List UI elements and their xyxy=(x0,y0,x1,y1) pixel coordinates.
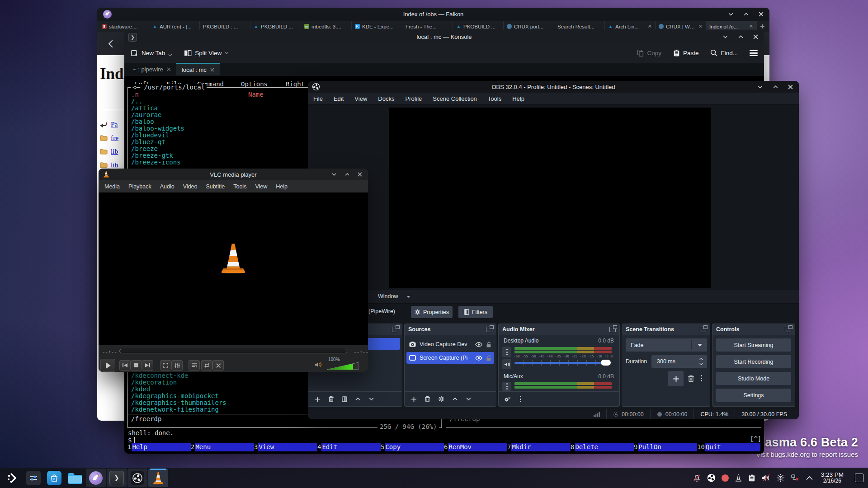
system-settings-launcher[interactable] xyxy=(24,469,43,487)
minimize-icon[interactable] xyxy=(331,173,337,176)
menu-playback[interactable]: Playback xyxy=(128,183,151,190)
audio-muted-icon[interactable] xyxy=(761,474,770,482)
tab-close-icon[interactable]: ✕ xyxy=(648,23,652,29)
taskbar-falkon-task[interactable] xyxy=(86,469,106,487)
add-icon[interactable] xyxy=(315,396,321,402)
trash-icon[interactable] xyxy=(425,396,430,402)
parent-dir-link[interactable]: Pa xyxy=(111,120,118,128)
fkey-button[interactable]: 9PullDn xyxy=(634,443,697,451)
fkey-button[interactable]: 8Delete xyxy=(571,443,634,451)
fkey-button[interactable]: 10Quit xyxy=(697,443,760,451)
transition-select[interactable]: Fade xyxy=(626,338,707,352)
brightness-icon[interactable] xyxy=(776,474,785,482)
mc-dir-entry[interactable]: /aurorae xyxy=(131,112,161,118)
menu-tools[interactable]: Tools xyxy=(233,183,246,190)
recording-indicator-icon[interactable] xyxy=(722,474,729,482)
minimize-icon[interactable] xyxy=(728,12,734,16)
loop-button[interactable] xyxy=(201,360,212,371)
dir-link[interactable]: lib xyxy=(111,161,118,169)
menu-help[interactable]: Help xyxy=(512,95,524,102)
add-icon[interactable] xyxy=(411,396,417,402)
playlist-button[interactable] xyxy=(189,360,200,371)
previous-button[interactable] xyxy=(119,360,131,371)
audio-mixer-dock-header[interactable]: Audio Mixer xyxy=(499,324,619,335)
filters-button[interactable]: Filters xyxy=(458,306,493,318)
peek-desktop-button[interactable] xyxy=(855,474,863,482)
back-icon[interactable] xyxy=(107,40,114,48)
maximize-icon[interactable] xyxy=(738,35,744,39)
dock-popout-icon[interactable] xyxy=(392,327,398,332)
vlc-video-area[interactable] xyxy=(99,192,368,345)
studio-mode-button[interactable]: Studio Mode xyxy=(716,372,791,385)
next-button[interactable] xyxy=(142,360,153,371)
mc-dir-entry[interactable]: /kdeconnect-kde xyxy=(131,372,188,379)
maximize-icon[interactable] xyxy=(344,173,350,176)
transitions-menu-icon[interactable] xyxy=(701,375,702,381)
expand-tray-icon[interactable] xyxy=(806,476,813,480)
spin-down-icon[interactable] xyxy=(699,362,703,366)
add-transition-button[interactable] xyxy=(668,371,684,386)
taskbar-konsole-task[interactable]: ❯ xyxy=(107,469,127,487)
extended-settings-button[interactable] xyxy=(171,360,183,371)
mc-dir-entry[interactable]: /baloo xyxy=(131,118,154,125)
mc-dir-entry[interactable]: /breeze-gtk xyxy=(131,152,173,159)
obs-tray-icon[interactable] xyxy=(707,474,716,482)
mc-dir-entry[interactable]: /baloo-widgets xyxy=(131,125,184,132)
channel-menu-button[interactable] xyxy=(502,347,511,357)
move-down-icon[interactable] xyxy=(368,397,374,401)
source-row-selected[interactable]: Screen Capture (Pi xyxy=(406,352,494,364)
source-row[interactable]: Video Capture Dev xyxy=(406,338,494,350)
settings-button[interactable]: Settings xyxy=(716,389,791,402)
falkon-titlebar[interactable]: Index of /obs — Falkon xyxy=(97,8,769,21)
lock-icon[interactable] xyxy=(486,342,491,347)
fkey-button[interactable]: 4Edit xyxy=(317,443,381,451)
mc-menu-right[interactable]: Right xyxy=(286,81,305,88)
mc-dir-entry[interactable]: /.. xyxy=(131,98,142,105)
minimize-icon[interactable] xyxy=(722,35,728,39)
dock-popout-icon[interactable] xyxy=(486,327,492,332)
dolphin-launcher[interactable] xyxy=(65,469,85,487)
new-tab-button[interactable]: New Tab xyxy=(131,49,172,57)
spin-up-icon[interactable] xyxy=(699,357,703,361)
paste-button[interactable]: Paste xyxy=(673,49,699,57)
menu-view[interactable]: View xyxy=(255,183,267,190)
fkey-button[interactable]: 6RenMov xyxy=(444,443,507,451)
fullscreen-button[interactable] xyxy=(160,360,171,371)
mc-name-header[interactable]: Name xyxy=(248,91,264,98)
seek-slider[interactable] xyxy=(119,349,347,353)
mc-dir-entry[interactable]: /breeze xyxy=(131,145,158,152)
obs-titlebar[interactable]: OBS 32.0.4 - Profile: Untitled - Scenes:… xyxy=(308,81,799,93)
lock-icon[interactable] xyxy=(486,355,491,361)
mc-dir-entry[interactable]: /kdecoration xyxy=(131,379,177,386)
trash-icon[interactable] xyxy=(688,375,694,382)
copy-button[interactable]: Copy xyxy=(637,49,661,56)
close-icon[interactable] xyxy=(759,12,764,17)
vlc-tray-icon[interactable] xyxy=(735,474,742,482)
fkey-button[interactable]: 5Copy xyxy=(381,443,444,451)
play-button[interactable] xyxy=(100,359,115,372)
mc-dir-entry[interactable]: /kded xyxy=(131,386,150,393)
tab-close-icon[interactable]: ✕ xyxy=(749,23,753,29)
volume-slider-track[interactable] xyxy=(514,362,609,364)
menu-subtitle[interactable]: Subtitle xyxy=(206,183,225,190)
menu-file[interactable]: File xyxy=(313,95,323,102)
mc-menu-options[interactable]: Options xyxy=(241,81,268,88)
visibility-eye-icon[interactable] xyxy=(475,356,482,361)
konsole-titlebar[interactable]: ❯ local : mc — Konsole xyxy=(124,30,764,43)
dock-popout-icon[interactable] xyxy=(609,327,616,332)
duration-spinbox[interactable]: 300 ms xyxy=(651,355,707,368)
vlc-titlebar[interactable]: VLC media player xyxy=(99,169,368,180)
mc-dir-entry[interactable]: /kdenetwork-filesharing xyxy=(131,406,219,413)
mc-dir-entry[interactable]: /kdegraphics-mobipocket xyxy=(131,393,219,399)
volume-speaker-icon[interactable] xyxy=(315,361,322,368)
menu-profile[interactable]: Profile xyxy=(405,95,422,102)
network-disconnected-icon[interactable] xyxy=(791,474,800,482)
sources-dock-header[interactable]: Sources xyxy=(405,324,496,335)
properties-button[interactable]: Properties xyxy=(411,306,453,318)
chevron-down-icon[interactable] xyxy=(406,296,410,298)
maximize-icon[interactable] xyxy=(743,12,749,16)
menu-help[interactable]: Help xyxy=(276,183,288,190)
mixer-menu-icon[interactable] xyxy=(520,396,521,402)
move-up-icon[interactable] xyxy=(355,397,361,401)
dir-link[interactable]: fre xyxy=(111,134,118,142)
